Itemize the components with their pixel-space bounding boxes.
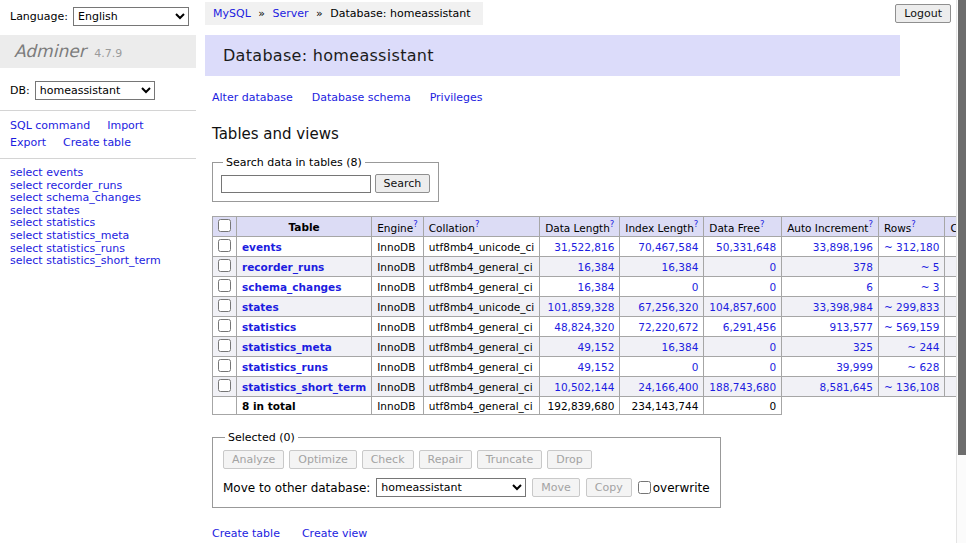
- table-name-link[interactable]: events: [242, 241, 282, 253]
- row-checkbox[interactable]: [218, 239, 231, 252]
- selected-action-button[interactable]: Truncate: [477, 450, 542, 469]
- language-row: Language: English: [0, 0, 196, 32]
- row-checkbox[interactable]: [218, 279, 231, 292]
- row-checkbox-cell: [213, 297, 237, 317]
- create-link[interactable]: Create table: [212, 527, 280, 540]
- row-checkbox[interactable]: [218, 319, 231, 332]
- page-title: Database: homeassistant: [205, 35, 900, 76]
- copy-button[interactable]: Copy: [586, 478, 632, 497]
- rows-count-link[interactable]: ~ 628: [907, 361, 939, 373]
- row-checkbox-cell: [213, 257, 237, 277]
- sidebar-action-link[interactable]: Export: [10, 136, 46, 149]
- table-name-cell: states: [237, 297, 372, 317]
- create-link[interactable]: Create view: [302, 527, 367, 540]
- sidebar-table-link[interactable]: select statistics_meta: [10, 230, 196, 243]
- rows-count-link[interactable]: ~ 244: [907, 341, 939, 353]
- row-checkbox-cell: [213, 237, 237, 257]
- move-db-select[interactable]: homeassistant: [376, 478, 526, 497]
- sidebar-table-link[interactable]: select schema_changes: [10, 192, 196, 205]
- rows-count-cell: ~ 569,159: [878, 317, 945, 337]
- breadcrumb-item[interactable]: Server: [273, 7, 309, 20]
- db-select[interactable]: homeassistant: [35, 81, 155, 100]
- create-links: Create tableCreate view: [212, 527, 900, 540]
- help-link[interactable]: ?: [475, 219, 480, 229]
- row-checkbox[interactable]: [218, 339, 231, 352]
- scrollbar-thumb[interactable]: [958, 0, 966, 455]
- row-checkbox[interactable]: [218, 379, 231, 392]
- table-name-link[interactable]: statistics: [242, 321, 296, 333]
- selected-action-button[interactable]: Drop: [547, 450, 591, 469]
- overwrite-checkbox[interactable]: [638, 481, 651, 494]
- auto-increment-cell: 8,581,645: [782, 377, 879, 397]
- table-row: recorder_runsInnoDButf8mb4_general_ci16,…: [213, 257, 966, 277]
- rows-count-link[interactable]: ~ 299,833: [884, 301, 940, 313]
- selected-action-button[interactable]: Optimize: [289, 450, 356, 469]
- breadcrumb: MySQL » Server » Database: homeassistant: [205, 2, 483, 25]
- collation-cell: utf8mb4_general_ci: [423, 317, 539, 337]
- sidebar: Language: English Adminer 4.7.9 DB: home…: [0, 0, 196, 268]
- help-link[interactable]: ?: [868, 219, 873, 229]
- language-select[interactable]: English: [73, 7, 189, 26]
- auto-increment-cell: 33,898,196: [782, 237, 879, 257]
- sidebar-action-link[interactable]: SQL command: [10, 119, 90, 132]
- sidebar-table-link[interactable]: select statistics_short_term: [10, 255, 196, 268]
- auto-increment-cell: 378: [782, 257, 879, 277]
- breadcrumb-separator: »: [255, 7, 269, 20]
- search-button[interactable]: Search: [375, 174, 431, 193]
- rows-count-link[interactable]: ~ 3: [921, 281, 940, 293]
- breadcrumb-item[interactable]: MySQL: [213, 7, 251, 20]
- selected-action-button[interactable]: Analyze: [223, 450, 284, 469]
- help-link[interactable]: ?: [610, 219, 615, 229]
- help-link[interactable]: ?: [694, 219, 699, 229]
- rows-count-link[interactable]: ~ 136,108: [884, 381, 940, 393]
- app-brand: Adminer 4.7.9: [0, 35, 196, 68]
- data-length-cell: 101,859,328: [540, 297, 620, 317]
- selected-action-button[interactable]: Repair: [419, 450, 472, 469]
- collation-cell: utf8mb4_general_ci: [423, 277, 539, 297]
- table-name-link[interactable]: states: [242, 301, 279, 313]
- data-free-cell: 104,857,600: [704, 297, 782, 317]
- sidebar-action-link[interactable]: Create table: [63, 136, 131, 149]
- help-link[interactable]: ?: [413, 219, 418, 229]
- column-header: Rows?: [878, 217, 945, 237]
- row-checkbox[interactable]: [218, 299, 231, 312]
- db-action-link[interactable]: Privileges: [430, 91, 483, 104]
- overwrite-option: overwrite: [638, 481, 710, 495]
- help-link[interactable]: ?: [760, 219, 765, 229]
- rows-count-link[interactable]: ~ 5: [921, 261, 940, 273]
- collation-cell: utf8mb4_general_ci: [423, 257, 539, 277]
- table-name-link[interactable]: recorder_runs: [242, 261, 324, 273]
- help-sup: ?: [694, 219, 699, 229]
- help-sup: ?: [413, 219, 418, 229]
- search-input[interactable]: [221, 175, 371, 193]
- row-checkbox[interactable]: [218, 359, 231, 372]
- rows-count-link[interactable]: ~ 312,180: [884, 241, 940, 253]
- column-header: Index Length?: [620, 217, 704, 237]
- engine-cell: InnoDB: [372, 277, 424, 297]
- db-action-link[interactable]: Database schema: [312, 91, 411, 104]
- table-name-link[interactable]: schema_changes: [242, 281, 342, 293]
- row-checkbox[interactable]: [218, 259, 231, 272]
- table-name-cell: schema_changes: [237, 277, 372, 297]
- breadcrumb-separator: »: [313, 7, 327, 20]
- selected-action-button[interactable]: Check: [362, 450, 414, 469]
- sidebar-table-link[interactable]: select events: [10, 167, 196, 180]
- logout-button[interactable]: Logout: [895, 4, 951, 23]
- table-name-link[interactable]: statistics_runs: [242, 361, 328, 373]
- column-header: Data Length?: [540, 217, 620, 237]
- vertical-scrollbar[interactable]: [956, 0, 966, 543]
- table-name-link[interactable]: statistics_meta: [242, 341, 332, 353]
- select-all-checkbox[interactable]: [218, 219, 231, 232]
- app-version: 4.7.9: [94, 47, 122, 60]
- engine-cell: InnoDB: [372, 357, 424, 377]
- sidebar-action-link[interactable]: Import: [107, 119, 144, 132]
- total-engine-cell: InnoDB: [372, 397, 424, 415]
- rows-count-link[interactable]: ~ 569,159: [884, 321, 940, 333]
- help-link[interactable]: ?: [911, 219, 916, 229]
- row-checkbox-cell: [213, 357, 237, 377]
- search-fieldset: Search data in tables (8) Search: [212, 156, 439, 202]
- db-action-link[interactable]: Alter database: [212, 91, 293, 104]
- table-name-link[interactable]: statistics_short_term: [242, 381, 366, 393]
- move-button[interactable]: Move: [532, 478, 580, 497]
- row-checkbox-cell: [213, 337, 237, 357]
